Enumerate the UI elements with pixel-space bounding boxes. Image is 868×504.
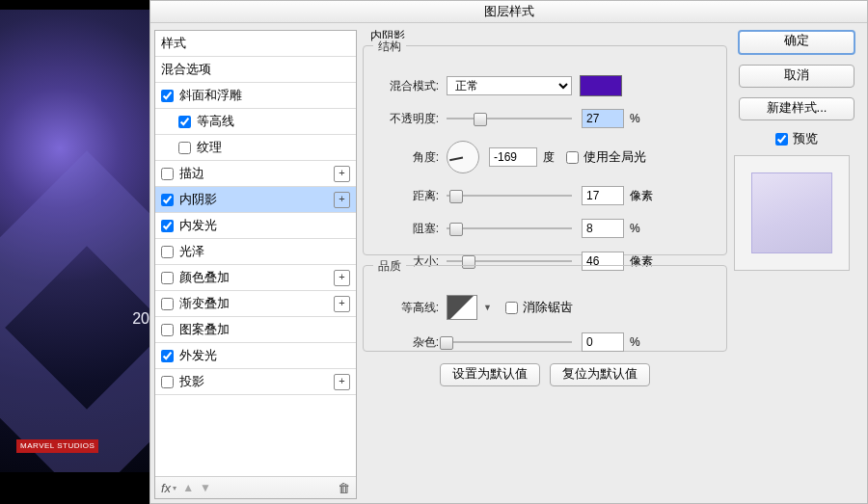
noise-label: 杂色: (373, 334, 439, 351)
blendmode-select[interactable]: 正常 (447, 76, 572, 95)
distance-slider[interactable] (447, 188, 572, 203)
effect-label: 光泽 (179, 243, 204, 260)
effect-checkbox[interactable] (161, 168, 174, 180)
effect-row-3[interactable]: 描边+ (155, 161, 356, 187)
effects-list: 样式混合选项斜面和浮雕等高线纹理描边+内阴影+内发光光泽颜色叠加+渐变叠加+图案… (154, 30, 357, 499)
reset-default-button[interactable]: 复位为默认值 (550, 363, 650, 386)
set-default-button[interactable]: 设置为默认值 (440, 363, 540, 386)
effect-checkbox[interactable] (161, 350, 174, 362)
distance-unit: 像素 (630, 188, 653, 204)
structure-group: 结构 混合模式: 正常 不透明度: % 角度: 度 (363, 45, 727, 255)
contour-picker[interactable] (447, 295, 477, 320)
delete-button[interactable]: 🗑 (338, 481, 350, 495)
effect-checkbox[interactable] (178, 116, 191, 128)
effect-label: 纹理 (197, 139, 222, 156)
background-image: 20 MARVEL STUDIOS (0, 10, 149, 472)
noise-slider[interactable] (447, 334, 572, 350)
cancel-button[interactable]: 取消 (739, 65, 854, 88)
distance-label: 距离: (373, 188, 439, 204)
opacity-unit: % (630, 112, 640, 125)
preview-box (734, 155, 850, 271)
layer-style-dialog: 图层样式 样式混合选项斜面和浮雕等高线纹理描边+内阴影+内发光光泽颜色叠加+渐变… (149, 0, 868, 504)
ok-button[interactable]: 确定 (738, 30, 855, 55)
effect-checkbox[interactable] (161, 298, 174, 310)
effect-checkbox[interactable] (161, 220, 174, 232)
shadow-color-swatch[interactable] (580, 75, 622, 96)
styles-header[interactable]: 样式 (155, 31, 356, 57)
marvel-badge: MARVEL STUDIOS (16, 439, 98, 453)
bg-year-text: 20 (132, 310, 149, 328)
effect-row-7[interactable]: 颜色叠加+ (155, 265, 356, 291)
effect-label: 渐变叠加 (179, 295, 230, 312)
effect-checkbox[interactable] (178, 142, 191, 154)
effect-row-5[interactable]: 内发光 (155, 213, 356, 239)
move-up-button[interactable]: ▲ (182, 481, 194, 494)
effect-label: 颜色叠加 (179, 269, 230, 286)
distance-input[interactable] (582, 186, 624, 205)
blendmode-label: 混合模式: (373, 78, 439, 94)
new-style-button[interactable]: 新建样式... (739, 97, 854, 120)
effect-row-0[interactable]: 斜面和浮雕 (155, 83, 356, 109)
noise-input[interactable] (582, 332, 624, 352)
effect-row-2[interactable]: 纹理 (155, 135, 356, 161)
effect-label: 内阴影 (179, 191, 217, 208)
effect-row-1[interactable]: 等高线 (155, 109, 356, 135)
dialog-title: 图层样式 (150, 1, 867, 23)
contour-label: 等高线: (373, 300, 439, 316)
effect-label: 图案叠加 (179, 321, 230, 338)
global-light-checkbox[interactable]: 使用全局光 (566, 148, 646, 166)
effect-label: 斜面和浮雕 (179, 87, 242, 104)
angle-input[interactable] (489, 147, 537, 167)
effect-label: 投影 (179, 373, 204, 390)
noise-unit: % (630, 335, 640, 349)
choke-input[interactable] (582, 219, 624, 238)
add-effect-icon[interactable]: + (334, 166, 350, 182)
effect-label: 外发光 (179, 347, 217, 364)
opacity-slider[interactable] (447, 111, 572, 126)
effect-checkbox[interactable] (161, 272, 174, 284)
effect-label: 描边 (179, 165, 204, 182)
choke-slider[interactable] (447, 221, 572, 236)
effect-checkbox[interactable] (161, 194, 174, 206)
antialias-checkbox[interactable]: 消除锯齿 (505, 299, 573, 316)
add-effect-icon[interactable]: + (334, 270, 350, 286)
effect-row-4[interactable]: 内阴影+ (155, 187, 356, 213)
antialias-label: 消除锯齿 (523, 299, 573, 316)
dialog-buttons: 确定 取消 新建样式... 预览 (734, 30, 859, 271)
settings-panel: 内阴影 结构 混合模式: 正常 不透明度: % 角度: (363, 30, 727, 499)
effect-checkbox[interactable] (161, 376, 174, 388)
effect-checkbox[interactable] (161, 324, 174, 336)
opacity-label: 不透明度: (373, 111, 439, 127)
choke-label: 阻塞: (373, 221, 439, 237)
effect-label: 内发光 (179, 217, 217, 234)
add-effect-icon[interactable]: + (334, 296, 350, 312)
blending-options[interactable]: 混合选项 (155, 57, 356, 83)
add-effect-icon[interactable]: + (334, 374, 350, 390)
angle-dial[interactable] (447, 141, 479, 173)
quality-group: 品质 等高线: ▼ 消除锯齿 杂色: % (363, 265, 727, 352)
preview-swatch (751, 172, 832, 253)
effect-row-8[interactable]: 渐变叠加+ (155, 291, 356, 317)
chevron-down-icon[interactable]: ▼ (483, 303, 492, 312)
choke-unit: % (630, 222, 640, 235)
structure-legend: 结构 (373, 39, 406, 55)
effect-row-11[interactable]: 投影+ (155, 369, 356, 395)
opacity-input[interactable] (582, 109, 624, 128)
quality-legend: 品质 (373, 258, 406, 275)
effect-label: 等高线 (197, 113, 234, 130)
preview-label: 预览 (793, 130, 818, 147)
effect-row-6[interactable]: 光泽 (155, 239, 356, 265)
move-down-button[interactable]: ▼ (200, 481, 211, 494)
effect-row-10[interactable]: 外发光 (155, 343, 356, 369)
effect-checkbox[interactable] (161, 90, 174, 102)
effect-row-9[interactable]: 图案叠加 (155, 317, 356, 343)
preview-checkbox[interactable]: 预览 (734, 130, 859, 147)
global-light-label: 使用全局光 (583, 148, 646, 166)
fx-menu-button[interactable]: fx (161, 481, 171, 495)
add-effect-icon[interactable]: + (334, 192, 350, 208)
angle-unit: 度 (543, 149, 555, 166)
angle-label: 角度: (373, 149, 439, 166)
effects-footer: fx ▾ ▲ ▼ 🗑 (155, 476, 356, 498)
effect-checkbox[interactable] (161, 246, 174, 258)
